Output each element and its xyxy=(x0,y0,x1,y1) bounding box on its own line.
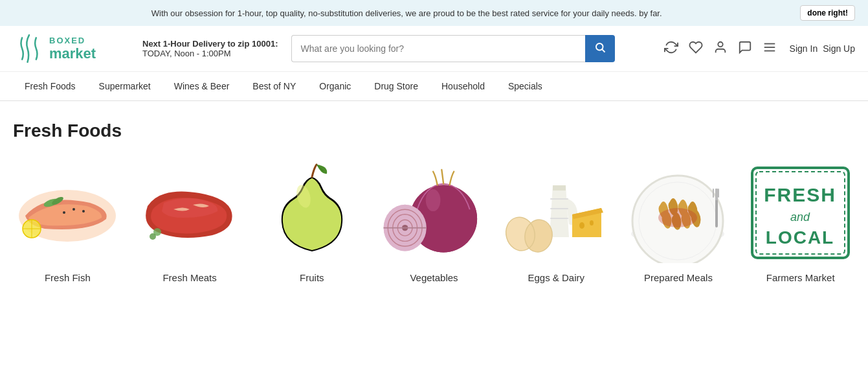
menu-icon[interactable] xyxy=(762,40,777,58)
svg-point-21 xyxy=(425,189,440,211)
eggs-dairy-image xyxy=(501,161,611,264)
top-banner: With our obsession for 1-hour, top quali… xyxy=(0,0,868,26)
search-button[interactable] xyxy=(585,35,615,62)
logo-icon xyxy=(13,32,45,65)
prepared-meals-label: Prepared Meals xyxy=(644,272,713,283)
category-fruits[interactable]: Fruits xyxy=(257,161,366,283)
svg-line-1 xyxy=(602,49,605,52)
delivery-line2: TODAY, Noon - 1:00PM xyxy=(142,49,278,58)
eggs-dairy-label: Eggs & Dairy xyxy=(528,272,584,283)
search-icon xyxy=(594,41,606,53)
fruits-image xyxy=(257,161,367,264)
farmers-market-image: FRESH and LOCAL xyxy=(746,161,856,264)
nav-item-household[interactable]: Household xyxy=(430,72,496,100)
nav-item-best-of-ny[interactable]: Best of NY xyxy=(241,72,307,100)
svg-point-17 xyxy=(150,233,156,240)
svg-point-13 xyxy=(63,211,65,214)
svg-point-15 xyxy=(82,210,85,213)
nav-item-fresh-foods[interactable]: Fresh Foods xyxy=(13,72,87,100)
fresh-fish-image xyxy=(12,161,122,264)
chat-icon[interactable] xyxy=(738,40,752,58)
prepared-meals-image xyxy=(623,161,733,264)
category-eggs-dairy[interactable]: Eggs & Dairy xyxy=(502,161,611,283)
svg-text:FRESH: FRESH xyxy=(764,184,836,205)
fresh-meats-image xyxy=(135,161,245,264)
nav-item-supermarket[interactable]: Supermarket xyxy=(87,72,162,100)
heart-icon[interactable] xyxy=(689,40,703,58)
logo-market-label: market xyxy=(49,45,96,62)
svg-point-31 xyxy=(579,222,584,229)
category-farmers-market[interactable]: FRESH and LOCAL Farmers Market xyxy=(746,161,855,283)
nav-item-wines-beer[interactable]: Wines & Beer xyxy=(162,72,241,100)
done-right-button[interactable]: done right! xyxy=(800,5,855,21)
fruits-label: Fruits xyxy=(300,272,324,283)
user-icon[interactable] xyxy=(713,40,728,58)
sign-up-button[interactable]: Sign Up xyxy=(823,43,855,54)
nav-item-specials[interactable]: Specials xyxy=(496,72,554,100)
svg-point-0 xyxy=(596,43,603,51)
svg-rect-45 xyxy=(718,189,719,198)
farmers-market-label: Farmers Market xyxy=(766,272,835,283)
logo-text: BOXED market xyxy=(49,36,96,62)
nav-item-organic[interactable]: Organic xyxy=(307,72,362,100)
svg-point-14 xyxy=(72,208,75,211)
banner-text: With our obsession for 1-hour, top quali… xyxy=(13,8,800,18)
svg-rect-43 xyxy=(715,189,718,200)
svg-point-32 xyxy=(590,220,594,225)
fresh-fish-label: Fresh Fish xyxy=(45,272,91,283)
svg-rect-44 xyxy=(713,189,714,198)
header: BOXED market Next 1-Hour Delivery to zip… xyxy=(0,26,868,72)
vegetables-label: Vegetables xyxy=(410,272,458,283)
svg-rect-29 xyxy=(550,208,568,209)
vegetables-image xyxy=(379,161,489,264)
svg-text:and: and xyxy=(790,211,810,224)
logo-boxed-label: BOXED xyxy=(49,36,96,45)
nav-item-drug-store[interactable]: Drug Store xyxy=(362,72,430,100)
header-auth: Sign In Sign Up xyxy=(790,43,855,54)
fresh-meats-label: Fresh Meats xyxy=(162,272,216,283)
category-vegetables[interactable]: Vegetables xyxy=(379,161,489,283)
sign-in-button[interactable]: Sign In xyxy=(790,43,818,54)
svg-text:LOCAL: LOCAL xyxy=(766,227,834,248)
delivery-info: Next 1-Hour Delivery to zip 10001: TODAY… xyxy=(142,39,278,58)
page-title: Fresh Foods xyxy=(13,121,855,141)
svg-point-41 xyxy=(658,208,697,227)
main-content: Fresh Foods xyxy=(0,101,868,303)
category-fresh-fish[interactable]: Fresh Fish xyxy=(13,161,122,283)
svg-point-2 xyxy=(718,41,722,46)
header-icons xyxy=(664,40,777,58)
logo[interactable]: BOXED market xyxy=(13,32,129,65)
refresh-icon[interactable] xyxy=(664,40,678,58)
delivery-line1: Next 1-Hour Delivery to zip 10001: xyxy=(142,39,278,49)
search-input[interactable] xyxy=(291,35,585,62)
category-grid: Fresh Fish Fresh Meats xyxy=(13,161,855,283)
svg-rect-28 xyxy=(550,198,568,200)
category-fresh-meats[interactable]: Fresh Meats xyxy=(135,161,245,283)
svg-rect-30 xyxy=(550,218,568,219)
search-area xyxy=(291,35,615,62)
main-nav: Fresh Foods Supermarket Wines & Beer Bes… xyxy=(0,72,868,101)
category-prepared-meals[interactable]: Prepared Meals xyxy=(624,161,733,283)
